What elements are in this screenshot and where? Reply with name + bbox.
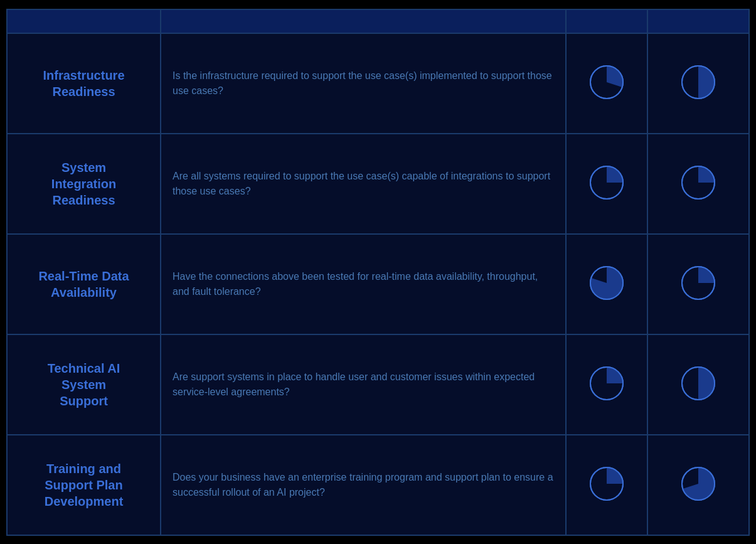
overview-cell-1: Are all systems required to support the …	[161, 134, 567, 233]
table-row: Technical AISystemSupport Are support sy…	[8, 334, 748, 434]
score-cell-0	[567, 34, 648, 133]
overview-cell-4: Does your business have an enterprise tr…	[161, 435, 567, 535]
dimension-cell-3: Technical AISystemSupport	[8, 335, 161, 434]
score-pie-2	[588, 264, 626, 304]
benchmark-pie-2	[679, 264, 717, 304]
score-pie-4	[588, 465, 626, 505]
table-body: InfrastructureReadiness Is the infrastru…	[8, 33, 748, 535]
overview-text-0: Is the infrastructure required to suppor…	[173, 68, 554, 99]
dimension-label-4: Training andSupport PlanDevelopment	[45, 461, 124, 509]
overview-text-4: Does your business have an enterprise tr…	[173, 470, 554, 500]
table-row: Real-Time DataAvailability Have the conn…	[8, 233, 748, 334]
benchmark-cell-2	[648, 235, 748, 334]
score-cell-2	[567, 235, 648, 334]
benchmark-cell-0	[648, 34, 748, 133]
main-table: InfrastructureReadiness Is the infrastru…	[6, 9, 750, 536]
overview-cell-2: Have the connections above been tested f…	[161, 235, 567, 334]
benchmark-cell-3	[648, 335, 748, 434]
benchmark-cell-1	[648, 134, 748, 233]
score-cell-3	[567, 335, 648, 434]
overview-cell-0: Is the infrastructure required to suppor…	[161, 34, 567, 133]
dimension-label-2: Real-Time DataAvailability	[38, 268, 129, 301]
benchmark-pie-0	[679, 63, 717, 104]
header-benchmark	[648, 10, 748, 33]
score-cell-1	[567, 134, 648, 233]
table-row: InfrastructureReadiness Is the infrastru…	[8, 33, 748, 133]
score-pie-1	[588, 164, 626, 204]
header-dimension	[8, 10, 161, 33]
score-pie-3	[588, 365, 626, 405]
table-row: Training andSupport PlanDevelopment Does…	[8, 434, 748, 535]
overview-text-1: Are all systems required to support the …	[173, 169, 554, 199]
overview-text-3: Are support systems in place to handle u…	[173, 370, 554, 400]
table-row: SystemIntegrationReadiness Are all syste…	[8, 133, 748, 233]
header-overview	[161, 10, 567, 33]
dimension-label-1: SystemIntegrationReadiness	[51, 159, 116, 208]
dimension-cell-0: InfrastructureReadiness	[8, 34, 161, 133]
score-pie-0	[588, 63, 626, 104]
benchmark-pie-4	[679, 465, 717, 505]
table-header	[8, 10, 748, 33]
benchmark-pie-1	[679, 164, 717, 204]
header-score	[567, 10, 648, 33]
overview-text-2: Have the connections above been tested f…	[173, 269, 554, 299]
score-cell-4	[567, 435, 648, 535]
benchmark-pie-3	[679, 365, 717, 405]
overview-cell-3: Are support systems in place to handle u…	[161, 335, 567, 434]
benchmark-cell-4	[648, 435, 748, 535]
dimension-label-3: Technical AISystemSupport	[48, 360, 120, 409]
dimension-cell-4: Training andSupport PlanDevelopment	[8, 435, 161, 535]
dimension-cell-2: Real-Time DataAvailability	[8, 235, 161, 334]
dimension-label-0: InfrastructureReadiness	[43, 67, 124, 100]
dimension-cell-1: SystemIntegrationReadiness	[8, 134, 161, 233]
